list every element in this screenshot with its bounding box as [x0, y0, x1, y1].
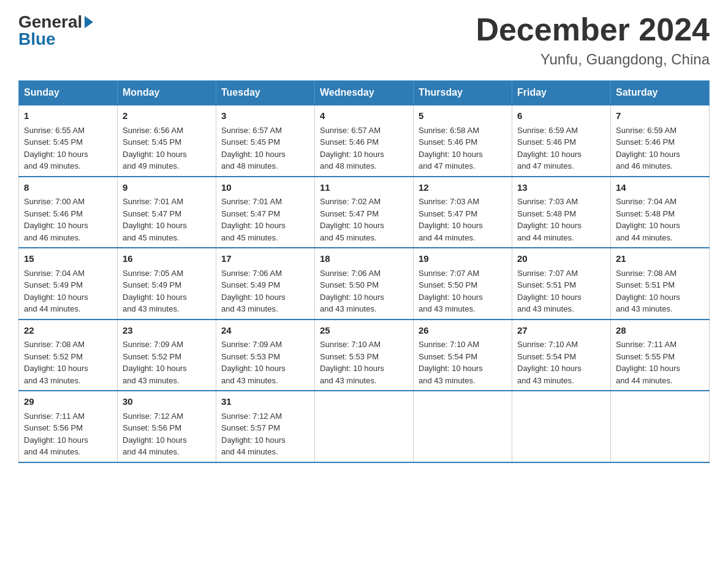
cell-info: and 45 minutes.: [221, 232, 309, 244]
day-number: 2: [123, 109, 211, 123]
cell-info: and 43 minutes.: [320, 303, 408, 315]
calendar-cell: 12Sunrise: 7:03 AMSunset: 5:47 PMDayligh…: [414, 177, 512, 248]
calendar-cell: 13Sunrise: 7:03 AMSunset: 5:48 PMDayligh…: [512, 177, 611, 248]
cell-info: Sunrise: 7:11 AM: [616, 339, 704, 351]
calendar-cell: 7Sunrise: 6:59 AMSunset: 5:46 PMDaylight…: [611, 105, 710, 177]
cell-info: Sunset: 5:54 PM: [517, 351, 605, 363]
day-number: 5: [419, 109, 507, 123]
day-number: 30: [123, 395, 211, 409]
cell-info: Sunrise: 7:08 AM: [24, 339, 112, 351]
cell-info: Sunrise: 7:09 AM: [221, 339, 309, 351]
cell-info: Sunset: 5:45 PM: [24, 136, 112, 148]
cell-info: Daylight: 10 hours: [123, 148, 211, 161]
cell-info: Sunrise: 7:01 AM: [221, 196, 309, 208]
cell-info: Sunset: 5:57 PM: [221, 422, 309, 434]
cell-info: Sunrise: 7:11 AM: [24, 410, 112, 423]
cell-info: Sunrise: 6:59 AM: [517, 124, 605, 137]
day-number: 22: [24, 324, 112, 338]
cell-info: Sunrise: 6:59 AM: [616, 124, 704, 137]
cell-info: Sunset: 5:53 PM: [320, 351, 408, 363]
calendar-cell: [414, 391, 512, 462]
calendar-cell: 30Sunrise: 7:12 AMSunset: 5:56 PMDayligh…: [118, 391, 216, 462]
calendar-header-row: SundayMondayTuesdayWednesdayThursdayFrid…: [19, 81, 710, 105]
day-number: 7: [616, 109, 704, 123]
col-header-friday: Friday: [512, 81, 611, 105]
day-number: 29: [24, 395, 112, 409]
cell-info: Sunrise: 6:55 AM: [24, 124, 112, 137]
calendar-cell: 26Sunrise: 7:10 AMSunset: 5:54 PMDayligh…: [414, 320, 512, 391]
cell-info: Sunset: 5:45 PM: [123, 136, 211, 148]
calendar-title: December 2024: [476, 12, 710, 47]
cell-info: Sunrise: 7:00 AM: [24, 196, 112, 208]
col-header-saturday: Saturday: [611, 81, 710, 105]
cell-info: Daylight: 10 hours: [616, 220, 704, 232]
cell-info: Daylight: 10 hours: [517, 148, 605, 161]
cell-info: Daylight: 10 hours: [123, 220, 211, 232]
cell-info: Sunset: 5:49 PM: [123, 279, 211, 291]
calendar-cell: [315, 391, 414, 462]
calendar-cell: 9Sunrise: 7:01 AMSunset: 5:47 PMDaylight…: [118, 177, 216, 248]
calendar-cell: 5Sunrise: 6:58 AMSunset: 5:46 PMDaylight…: [414, 105, 512, 177]
day-number: 16: [123, 252, 211, 266]
cell-info: Sunset: 5:48 PM: [616, 208, 704, 220]
day-number: 28: [616, 324, 704, 338]
week-row-2: 8Sunrise: 7:00 AMSunset: 5:46 PMDaylight…: [19, 177, 710, 248]
cell-info: Sunrise: 7:09 AM: [123, 339, 211, 351]
col-header-tuesday: Tuesday: [216, 81, 315, 105]
cell-info: Daylight: 10 hours: [123, 434, 211, 446]
page-header: General Blue December 2024 Yunfu, Guangd…: [18, 12, 710, 68]
day-number: 6: [517, 109, 605, 123]
cell-info: and 44 minutes.: [616, 375, 704, 387]
cell-info: Sunrise: 7:04 AM: [616, 196, 704, 208]
col-header-wednesday: Wednesday: [315, 81, 414, 105]
calendar-cell: 27Sunrise: 7:10 AMSunset: 5:54 PMDayligh…: [512, 320, 611, 391]
cell-info: Sunset: 5:51 PM: [517, 279, 605, 291]
day-number: 11: [320, 181, 408, 195]
cell-info: Sunrise: 7:10 AM: [517, 339, 605, 351]
cell-info: Sunrise: 7:08 AM: [616, 267, 704, 280]
cell-info: and 43 minutes.: [616, 303, 704, 315]
cell-info: Daylight: 10 hours: [616, 362, 704, 375]
cell-info: Sunrise: 6:56 AM: [123, 124, 211, 137]
calendar-cell: [611, 391, 710, 462]
day-number: 3: [221, 109, 309, 123]
cell-info: Sunset: 5:50 PM: [320, 279, 408, 291]
cell-info: and 46 minutes.: [616, 160, 704, 172]
cell-info: Daylight: 10 hours: [221, 148, 309, 161]
day-number: 1: [24, 109, 112, 123]
cell-info: Daylight: 10 hours: [517, 220, 605, 232]
cell-info: Daylight: 10 hours: [320, 362, 408, 375]
cell-info: and 45 minutes.: [320, 232, 408, 244]
cell-info: and 43 minutes.: [123, 375, 211, 387]
cell-info: Sunrise: 7:05 AM: [123, 267, 211, 280]
cell-info: Daylight: 10 hours: [221, 220, 309, 232]
cell-info: Daylight: 10 hours: [24, 220, 112, 232]
day-number: 13: [517, 181, 605, 195]
cell-info: and 44 minutes.: [616, 232, 704, 244]
cell-info: Daylight: 10 hours: [123, 291, 211, 304]
calendar-cell: 28Sunrise: 7:11 AMSunset: 5:55 PMDayligh…: [611, 320, 710, 391]
title-section: December 2024 Yunfu, Guangdong, China: [476, 12, 710, 68]
calendar-cell: 10Sunrise: 7:01 AMSunset: 5:47 PMDayligh…: [216, 177, 315, 248]
day-number: 15: [24, 252, 112, 266]
cell-info: Daylight: 10 hours: [419, 362, 507, 375]
calendar-cell: 8Sunrise: 7:00 AMSunset: 5:46 PMDaylight…: [19, 177, 118, 248]
day-number: 10: [221, 181, 309, 195]
cell-info: and 43 minutes.: [517, 303, 605, 315]
cell-info: Sunrise: 7:03 AM: [517, 196, 605, 208]
cell-info: Sunrise: 6:57 AM: [320, 124, 408, 137]
calendar-subtitle: Yunfu, Guangdong, China: [476, 51, 710, 68]
calendar-cell: 16Sunrise: 7:05 AMSunset: 5:49 PMDayligh…: [118, 248, 216, 320]
cell-info: and 44 minutes.: [123, 446, 211, 458]
cell-info: Sunset: 5:47 PM: [221, 208, 309, 220]
calendar-cell: 29Sunrise: 7:11 AMSunset: 5:56 PMDayligh…: [19, 391, 118, 462]
cell-info: Sunset: 5:46 PM: [517, 136, 605, 148]
cell-info: Sunrise: 7:04 AM: [24, 267, 112, 280]
day-number: 27: [517, 324, 605, 338]
cell-info: and 44 minutes.: [221, 446, 309, 458]
day-number: 8: [24, 181, 112, 195]
cell-info: Sunrise: 7:07 AM: [517, 267, 605, 280]
cell-info: and 45 minutes.: [123, 232, 211, 244]
cell-info: Sunrise: 7:07 AM: [419, 267, 507, 280]
cell-info: Daylight: 10 hours: [221, 362, 309, 375]
